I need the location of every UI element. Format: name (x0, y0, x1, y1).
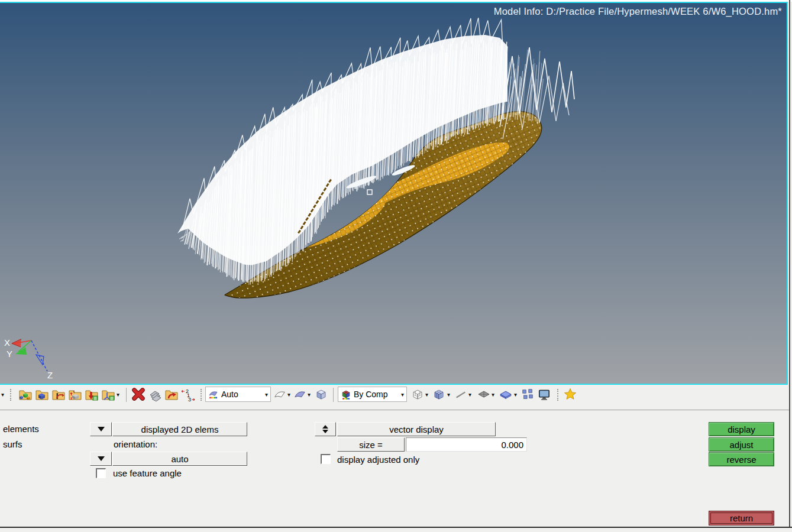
shell-thickness-icon[interactable] (499, 387, 513, 401)
wireframe-elements-arrow-icon[interactable]: ▾ (425, 392, 428, 398)
entity-type-elements[interactable]: elements (3, 424, 39, 434)
screen-capture-icon[interactable] (537, 387, 551, 401)
main-toolbar: ▾ t (0, 385, 789, 410)
edge-display-arrow-icon[interactable]: ▾ (468, 392, 471, 398)
surface-wireframe-arrow-icon[interactable]: ▾ (287, 392, 290, 398)
shaded-elements-icon[interactable] (432, 387, 446, 401)
switch-down-arrow-icon (98, 456, 105, 461)
selection-scope-button[interactable]: displayed 2D elems (112, 422, 247, 436)
favorites-star-icon[interactable] (563, 387, 577, 401)
toolbar-separator (126, 388, 127, 402)
solid-view-cube-icon[interactable] (314, 387, 328, 401)
toolbar-grip-handle[interactable] (557, 389, 560, 401)
display-adjusted-only-checkbox[interactable] (321, 454, 331, 464)
element-2d-arrow-icon[interactable]: ▾ (492, 392, 494, 398)
toolbar-separator (333, 388, 334, 402)
orientation-switch-button[interactable] (90, 452, 112, 466)
open-model-icon[interactable] (18, 387, 33, 401)
svg-text:t: t (73, 390, 75, 394)
shell-thickness-arrow-icon[interactable]: ▾ (514, 392, 517, 398)
import-model-icon[interactable] (85, 387, 99, 401)
adjust-button[interactable]: adjust (709, 437, 774, 452)
organize-panels-icon[interactable] (148, 387, 162, 401)
model-scene[interactable]: X Y Z (0, 3, 787, 384)
open-recent-file-icon[interactable] (51, 387, 66, 401)
svg-text:3: 3 (188, 397, 191, 401)
surface-wireframe-icon[interactable] (273, 387, 286, 401)
reverse-button[interactable]: reverse (709, 452, 774, 466)
color-by-comp-icon (341, 389, 351, 400)
multi-window-icon[interactable] (521, 387, 534, 401)
entity-color-mode-combo[interactable]: By Comp ▾ (338, 387, 407, 402)
normals-panel: elements surfs displayed 2D elems orient… (0, 410, 789, 528)
toolbar-grip-handle[interactable] (201, 389, 203, 401)
panel-bottom-border (0, 527, 792, 528)
edge-display-icon[interactable] (454, 387, 467, 401)
import-solver-deck-icon[interactable] (35, 387, 49, 401)
import-geometry-icon[interactable]: t (68, 387, 82, 401)
geometry-display-mode-combo[interactable]: Auto ▾ (205, 387, 271, 402)
toolbar-grip-handle[interactable] (10, 389, 12, 401)
entity-switch-button[interactable] (90, 422, 112, 436)
display-adjusted-only-label: display adjusted only (337, 455, 419, 465)
wireframe-elements-icon[interactable] (410, 387, 425, 401)
surface-shaded-arrow-icon[interactable]: ▾ (308, 392, 311, 398)
size-input[interactable] (406, 437, 527, 452)
axis-x-label: X (4, 338, 10, 348)
graphics-viewport[interactable]: X Y Z Model Info: D:/Practice File/Hyper… (0, 2, 788, 385)
toggle-up-arrow-icon (322, 425, 328, 429)
model-info-title: Model Info: D:/Practice File/Hypermesh/W… (494, 6, 782, 17)
size-mode-button[interactable]: size = (337, 437, 405, 452)
entity-color-mode-value: By Comp (354, 390, 388, 399)
display-button[interactable]: display (709, 422, 774, 436)
hypermesh-window: X Y Z Model Info: D:/Practice File/Hyper… (0, 0, 792, 532)
vector-display-button[interactable]: vector display (337, 422, 496, 436)
shaded-elements-arrow-icon[interactable]: ▾ (447, 392, 450, 398)
return-button[interactable]: return (709, 511, 774, 525)
orientation-label: orientation: (114, 439, 157, 449)
combo-arrow-icon: ▾ (265, 391, 268, 398)
use-feature-angle-checkbox[interactable] (96, 468, 106, 478)
use-feature-angle-label: use feature angle (113, 468, 182, 478)
export-options-arrow-icon[interactable]: ▾ (117, 392, 119, 398)
element-2d-display-icon[interactable] (477, 387, 491, 401)
toggle-down-arrow-icon (322, 430, 328, 433)
orientation-mode-button[interactable]: auto (112, 452, 247, 466)
geometry-style-icon (208, 389, 219, 400)
axis-z-label: Z (47, 370, 53, 380)
entity-type-surfs[interactable]: surfs (3, 439, 22, 449)
export-model-icon[interactable] (101, 387, 115, 401)
toolbar-overflow-arrow-icon[interactable]: ▾ (1, 392, 4, 398)
window-right-border (789, 0, 790, 527)
delete-icon[interactable] (131, 387, 146, 401)
switch-down-arrow-icon (98, 427, 105, 432)
renumber-icon[interactable]: 2 1 3 (181, 387, 195, 401)
revert-model-icon[interactable] (164, 387, 179, 401)
combo-arrow-icon: ▾ (401, 391, 404, 398)
axis-y-label: Y (7, 349, 12, 359)
surface-shaded-icon[interactable] (293, 387, 306, 401)
geometry-display-mode-value: Auto (221, 390, 238, 399)
vector-display-toggle-button[interactable] (315, 422, 336, 436)
